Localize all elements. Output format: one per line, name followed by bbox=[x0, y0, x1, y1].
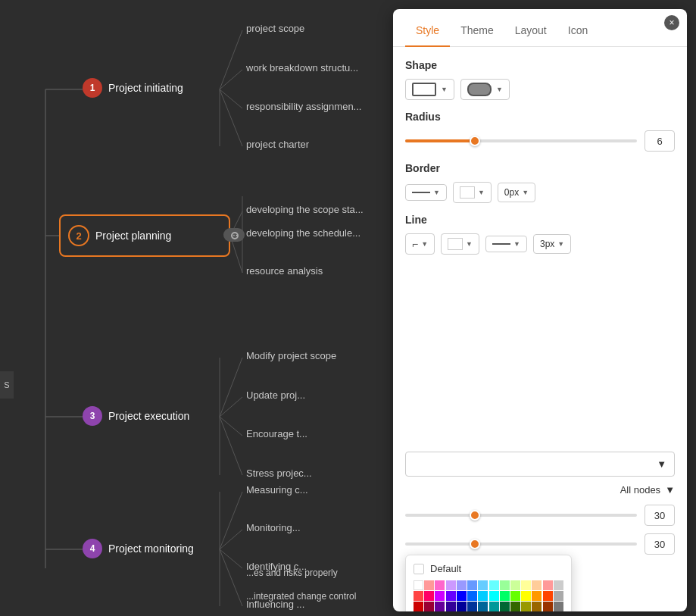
color-t9[interactable] bbox=[500, 602, 510, 611]
shape-rect-chevron: ▼ bbox=[441, 86, 448, 93]
color-s12[interactable] bbox=[532, 591, 542, 601]
color-r9[interactable] bbox=[510, 580, 520, 590]
nodes-dropdown[interactable]: All nodes ▼ bbox=[405, 484, 675, 496]
line-section-title: Line bbox=[405, 214, 675, 226]
line-color-select[interactable]: ▼ bbox=[441, 233, 479, 255]
color-s8[interactable] bbox=[489, 591, 499, 601]
color-t8[interactable] bbox=[489, 602, 499, 611]
shape-rounded-chevron: ▼ bbox=[496, 86, 503, 93]
color-s11[interactable] bbox=[521, 591, 531, 601]
line-color-swatch bbox=[448, 238, 463, 250]
color-t4[interactable] bbox=[446, 602, 456, 611]
slider-value-2[interactable]: 30 bbox=[645, 533, 675, 555]
color-s5[interactable] bbox=[457, 591, 467, 601]
node-planning-connector bbox=[231, 232, 239, 239]
color-s10[interactable] bbox=[510, 591, 520, 601]
color-t14[interactable] bbox=[554, 602, 563, 611]
color-s13[interactable] bbox=[543, 591, 553, 601]
mindmap-content: 1 Project initiating project scope work … bbox=[0, 0, 393, 616]
color-t3[interactable] bbox=[435, 602, 445, 611]
color-s4[interactable] bbox=[446, 591, 456, 601]
bottom-right-1: ...es and risks properly bbox=[246, 568, 338, 578]
line-style-dash bbox=[492, 243, 510, 245]
radius-slider[interactable] bbox=[405, 133, 637, 149]
color-r6[interactable] bbox=[478, 580, 488, 590]
tab-theme[interactable]: Theme bbox=[450, 15, 504, 47]
default-checkbox[interactable] bbox=[414, 564, 424, 574]
line-connector-icon: ⌐ bbox=[412, 238, 418, 250]
color-r1[interactable] bbox=[424, 580, 434, 590]
color-t11[interactable] bbox=[521, 602, 531, 611]
color-s3[interactable] bbox=[435, 591, 445, 601]
slider-thumb-1[interactable] bbox=[470, 510, 480, 521]
color-t10[interactable] bbox=[510, 602, 520, 611]
border-color-select[interactable]: ▼ bbox=[453, 182, 492, 203]
border-width-value: 0px bbox=[504, 187, 519, 198]
color-r4[interactable] bbox=[457, 580, 467, 590]
sidebar-s-label: S bbox=[0, 371, 14, 399]
node-monitoring[interactable]: 4 Project monitoring bbox=[83, 539, 194, 558]
line-connector-select[interactable]: ⌐ ▼ bbox=[405, 233, 435, 255]
radius-value[interactable]: 6 bbox=[645, 130, 675, 152]
color-r5[interactable] bbox=[467, 580, 477, 590]
child-modify: Modify project scope bbox=[246, 350, 336, 361]
color-s2[interactable] bbox=[424, 591, 434, 601]
slider-row-2: 30 bbox=[405, 533, 675, 555]
default-option[interactable]: Default bbox=[414, 563, 563, 574]
tab-style[interactable]: Style bbox=[405, 15, 450, 47]
line-style-select[interactable]: ▼ bbox=[485, 236, 527, 252]
border-style-select[interactable]: ▼ bbox=[405, 184, 447, 201]
color-r2[interactable] bbox=[435, 580, 445, 590]
all-nodes-label: All nodes bbox=[620, 484, 660, 496]
border-color-swatch bbox=[460, 186, 475, 199]
node-initiating[interactable]: 1 Project initiating bbox=[83, 78, 183, 98]
fill-dropdown[interactable]: ▼ bbox=[405, 452, 675, 477]
child-project-scope: project scope bbox=[246, 23, 304, 34]
border-section-title: Border bbox=[405, 162, 675, 174]
color-r13[interactable] bbox=[554, 580, 563, 590]
color-r12[interactable] bbox=[543, 580, 553, 590]
child-wbs: work breakdown structu... bbox=[246, 62, 358, 73]
slider-track-2[interactable] bbox=[405, 543, 637, 546]
shape-row: ▼ ▼ bbox=[405, 79, 675, 100]
child-project-charter: project charter bbox=[246, 139, 309, 150]
shape-select-rect[interactable]: ▼ bbox=[405, 79, 454, 100]
node-monitoring-label: Project monitoring bbox=[108, 543, 194, 555]
node-planning[interactable]: 2 Project planning bbox=[59, 214, 230, 257]
nodes-chevron: ▼ bbox=[665, 484, 675, 496]
color-white[interactable] bbox=[414, 580, 423, 590]
node-execution[interactable]: 3 Project execution bbox=[83, 406, 189, 426]
color-s7[interactable] bbox=[478, 591, 488, 601]
color-s9[interactable] bbox=[500, 591, 510, 601]
shape-select-rounded[interactable]: ▼ bbox=[460, 79, 510, 100]
line-width-select[interactable]: 3px ▼ bbox=[533, 234, 571, 254]
color-r10[interactable] bbox=[521, 580, 531, 590]
color-t1[interactable] bbox=[414, 602, 423, 611]
bottom-right-2: ...integrated change control bbox=[246, 591, 356, 602]
color-t2[interactable] bbox=[424, 602, 434, 611]
color-s14[interactable] bbox=[554, 591, 563, 601]
child-measuring: Measuring c... bbox=[246, 484, 308, 496]
style-panel: × Style Theme Layout Icon Shape ▼ ▼ Radi… bbox=[393, 9, 687, 611]
slider-track-1[interactable] bbox=[405, 514, 637, 517]
slider-value-1[interactable]: 30 bbox=[645, 505, 675, 526]
color-grid bbox=[414, 580, 563, 611]
color-r11[interactable] bbox=[532, 580, 542, 590]
slider-thumb-2[interactable] bbox=[470, 539, 480, 549]
tab-icon[interactable]: Icon bbox=[557, 15, 598, 47]
color-s1[interactable] bbox=[414, 591, 423, 601]
color-t6[interactable] bbox=[467, 602, 477, 611]
color-r3[interactable] bbox=[446, 580, 456, 590]
border-width-select[interactable]: 0px ▼ bbox=[498, 183, 535, 202]
radius-thumb[interactable] bbox=[470, 136, 480, 146]
color-r8[interactable] bbox=[500, 580, 510, 590]
color-t5[interactable] bbox=[457, 602, 467, 611]
color-s6[interactable] bbox=[467, 591, 477, 601]
panel-close-button[interactable]: × bbox=[664, 15, 679, 30]
tab-layout[interactable]: Layout bbox=[504, 15, 557, 47]
color-t7[interactable] bbox=[478, 602, 488, 611]
color-r7[interactable] bbox=[489, 580, 499, 590]
fill-dropdown-chevron: ▼ bbox=[657, 458, 666, 470]
color-t13[interactable] bbox=[543, 602, 553, 611]
color-t12[interactable] bbox=[532, 602, 542, 611]
